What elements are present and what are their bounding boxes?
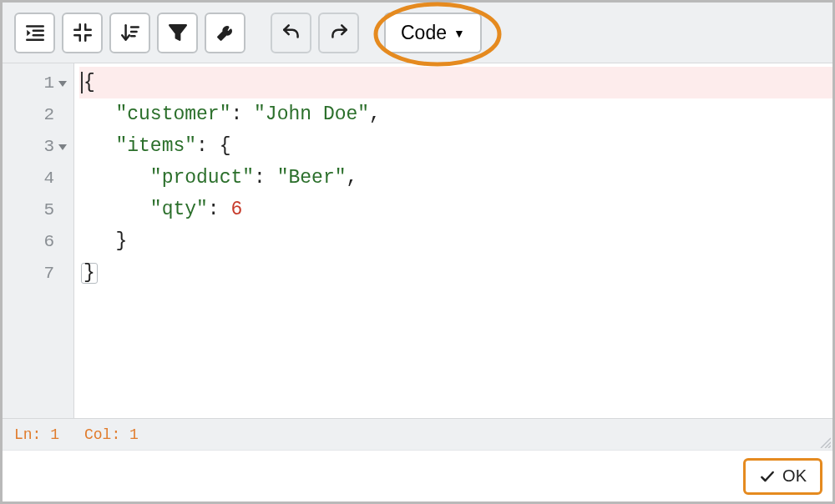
collapse-icon <box>72 22 94 43</box>
fold-toggle-icon[interactable] <box>58 81 67 87</box>
token-punc: , <box>369 103 381 125</box>
svg-marker-8 <box>170 25 186 39</box>
token-punc: : <box>196 135 220 157</box>
sort-icon <box>119 22 141 43</box>
matching-brace: } <box>81 263 98 284</box>
token-punc: { <box>84 72 95 93</box>
filter-button[interactable] <box>157 13 198 53</box>
token-punc: : <box>230 103 254 125</box>
line-number: 7 <box>43 264 54 283</box>
sort-button[interactable] <box>109 13 150 53</box>
token-str: "John Doe" <box>254 103 369 125</box>
code-content[interactable]: { "customer": "John Doe", "items": { "pr… <box>74 63 832 418</box>
token-punc: } <box>115 230 127 252</box>
gutter-row[interactable]: 1 <box>3 67 73 98</box>
code-line[interactable]: "qty": 6 <box>79 194 832 225</box>
gutter-row[interactable]: 4 <box>3 162 73 194</box>
token-key: "items" <box>115 135 196 157</box>
editor-dialog: Code ▼ 1234567 { "customer": "John Doe",… <box>0 0 835 504</box>
chevron-down-icon: ▼ <box>453 27 465 40</box>
token-key: "product" <box>150 167 254 189</box>
code-area: 1234567 { "customer": "John Doe", "items… <box>3 63 832 418</box>
token-key: "qty" <box>150 199 208 220</box>
line-number: 5 <box>43 200 54 219</box>
code-line[interactable]: } <box>79 225 832 257</box>
gutter[interactable]: 1234567 <box>3 63 74 418</box>
gutter-row[interactable]: 3 <box>3 130 73 162</box>
code-line[interactable]: "items": { <box>79 130 832 162</box>
gutter-row[interactable]: 7 <box>3 257 73 289</box>
gutter-row[interactable]: 2 <box>3 98 73 130</box>
ok-button-label: OK <box>782 466 807 486</box>
svg-line-12 <box>828 446 831 448</box>
code-line[interactable]: } <box>79 257 832 289</box>
status-bar: Ln: 1 Col: 1 <box>3 418 832 450</box>
settings-button[interactable] <box>205 13 245 53</box>
mode-dropdown-wrap: Code ▼ <box>384 13 482 53</box>
check-icon <box>759 468 776 485</box>
collapse-button[interactable] <box>62 13 103 53</box>
line-number: 1 <box>43 73 54 93</box>
line-number: 2 <box>43 105 54 124</box>
undo-icon <box>281 22 302 43</box>
status-col: Col: 1 <box>84 426 139 443</box>
token-punc: { <box>220 135 231 157</box>
line-number: 6 <box>43 232 54 251</box>
mode-dropdown-label: Code <box>401 22 447 44</box>
line-number: 3 <box>43 137 54 156</box>
code-line[interactable]: { <box>79 67 832 98</box>
mode-dropdown[interactable]: Code ▼ <box>384 13 482 53</box>
token-num: 6 <box>230 199 242 220</box>
token-str: "Beer" <box>277 167 347 189</box>
line-number: 4 <box>43 169 54 188</box>
token-key: "customer" <box>115 103 230 125</box>
indent-icon <box>24 22 46 43</box>
fold-toggle-icon[interactable] <box>58 144 67 150</box>
status-line: Ln: 1 <box>14 426 59 443</box>
code-line[interactable]: "customer": "John Doe", <box>79 98 832 130</box>
ok-button[interactable]: OK <box>743 458 822 495</box>
dialog-footer: OK <box>3 450 832 501</box>
code-line[interactable]: "product": "Beer", <box>79 162 832 194</box>
token-punc: : <box>254 167 277 189</box>
gutter-row[interactable]: 5 <box>3 194 73 225</box>
token-punc: : <box>208 199 231 220</box>
code-editor[interactable]: 1234567 { "customer": "John Doe", "items… <box>3 63 832 450</box>
toolbar: Code ▼ <box>3 3 832 63</box>
indent-button[interactable] <box>14 13 55 53</box>
redo-button[interactable] <box>318 13 359 53</box>
redo-icon <box>328 22 350 43</box>
gutter-row[interactable]: 6 <box>3 225 73 257</box>
wrench-icon <box>215 22 236 43</box>
filter-icon <box>167 22 189 43</box>
text-cursor <box>81 72 83 93</box>
resize-grip[interactable] <box>817 435 831 448</box>
token-punc: , <box>347 167 358 189</box>
undo-button[interactable] <box>271 13 311 53</box>
